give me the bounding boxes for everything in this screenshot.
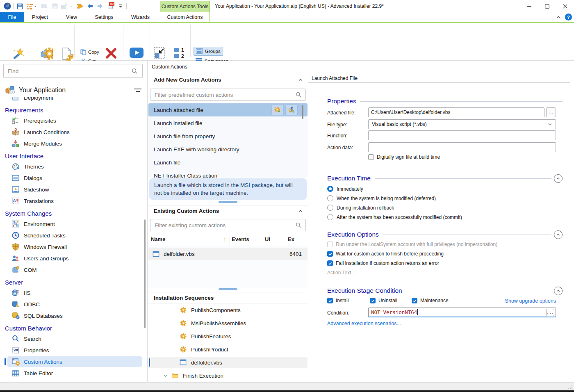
- expand-chevron-icon[interactable]: [163, 373, 168, 378]
- checkbox-checked[interactable]: [370, 298, 376, 303]
- installation-sequences-header[interactable]: Installation Sequences: [148, 292, 308, 303]
- tab-custom-actions[interactable]: Custom Actions: [160, 12, 210, 22]
- sidebar-item-properties[interactable]: V= Properties: [0, 344, 144, 356]
- list-item-launch-file[interactable]: Launch file: [148, 156, 308, 169]
- maximize-button[interactable]: [538, 0, 556, 12]
- radio-deferred[interactable]: When the system is being modified (defer…: [327, 195, 436, 201]
- sidebar-item-com[interactable]: COM: [0, 264, 144, 276]
- tab-settings[interactable]: Settings: [87, 12, 121, 22]
- sidebar-item-sql-databases[interactable]: SQL Databases: [0, 310, 144, 321]
- column-divider[interactable]: [263, 236, 263, 246]
- column-divider[interactable]: [286, 236, 286, 246]
- sidebar-item-scheduled-tasks[interactable]: Scheduled Tasks: [0, 230, 144, 241]
- sidebar-item-slideshow[interactable]: Slideshow: [0, 184, 144, 195]
- install-checkbox[interactable]: Install: [327, 298, 348, 303]
- sidebar-item-search[interactable]: Search: [0, 333, 144, 344]
- sidebar-item-table-editor[interactable]: Table Editor: [0, 367, 144, 379]
- splitter-handle[interactable]: [219, 288, 237, 290]
- back-button[interactable]: [85, 2, 95, 11]
- action-data-input[interactable]: [368, 142, 556, 152]
- wait-finish-checkbox[interactable]: Wait for custom action to finish before …: [327, 251, 444, 257]
- run-button[interactable]: [75, 2, 84, 11]
- help-icon[interactable]: ?: [565, 14, 572, 21]
- column-events[interactable]: Events: [232, 236, 249, 242]
- sidebar-item-prerequisites[interactable]: Prerequisites: [0, 115, 144, 126]
- add-action-button[interactable]: +: [271, 105, 284, 115]
- radio-selected[interactable]: [327, 186, 333, 192]
- resize-grip-icon[interactable]: [568, 385, 573, 389]
- existing-filter-input[interactable]: [150, 222, 295, 228]
- radio-unselected[interactable]: [327, 195, 333, 201]
- sequence-item-publishfeatures[interactable]: PublishFeatures: [148, 330, 308, 343]
- sequence-item-publishproduct[interactable]: PublishProduct: [148, 343, 308, 356]
- minimize-button[interactable]: [520, 0, 538, 12]
- tab-project[interactable]: Project: [24, 12, 56, 22]
- sidebar-scrollbar-thumb[interactable]: [144, 219, 146, 328]
- radio-commit[interactable]: After the system has been successfully m…: [327, 214, 462, 220]
- existing-custom-actions-header[interactable]: Existing Custom Actions: [148, 205, 308, 217]
- predefined-filter-box[interactable]: [150, 89, 306, 101]
- radio-unselected[interactable]: [327, 205, 333, 211]
- tree-filter-icon[interactable]: [134, 88, 141, 93]
- collapse-section-button[interactable]: [554, 230, 563, 239]
- sidebar-item-odbc[interactable]: ODBC: [0, 299, 144, 310]
- sequence-item-msipublishassemblies[interactable]: MsiPublishAssemblies: [148, 317, 308, 330]
- sequence-item-publishcomponents[interactable]: PublishComponents: [148, 303, 308, 317]
- advanced-execution-scenarios-link[interactable]: Advanced execution scenarios...: [327, 321, 401, 326]
- uninstall-checkbox[interactable]: Uninstall: [370, 298, 397, 303]
- checkbox-checked[interactable]: [327, 251, 333, 257]
- existing-action-row[interactable]: delfolder.vbs 6401: [148, 248, 308, 260]
- app-root-header[interactable]: Your Application: [0, 83, 147, 97]
- file-type-select[interactable]: Visual basic script (*.vbs): [368, 119, 556, 129]
- sidebar-item-custom-actions[interactable]: Custom Actions: [0, 356, 144, 367]
- tab-view[interactable]: View: [56, 12, 87, 22]
- forward-button[interactable]: [95, 2, 105, 11]
- maintenance-checkbox[interactable]: Maintenance: [412, 298, 449, 303]
- collapse-ribbon-icon[interactable]: [556, 15, 561, 20]
- browse-attached-file-button[interactable]: ...: [546, 107, 556, 117]
- sidebar-item-translations[interactable]: A Translations: [0, 195, 144, 207]
- condition-input[interactable]: NOT VersionNT64 ...: [368, 308, 556, 317]
- list-item-launch-file-from-property[interactable]: Launch file from property: [148, 130, 308, 143]
- collapse-chevron-icon[interactable]: [298, 77, 303, 82]
- attached-file-input[interactable]: [368, 107, 544, 117]
- fail-install-checkbox[interactable]: Fail installation if custom action retur…: [327, 260, 439, 266]
- copy-button[interactable]: Copy: [80, 48, 99, 56]
- radio-immediately[interactable]: Immediately: [327, 186, 363, 192]
- tab-wizards[interactable]: Wizards: [121, 12, 160, 22]
- checkbox-checked[interactable]: [327, 298, 333, 303]
- radio-unselected[interactable]: [327, 214, 333, 220]
- checkbox-checked[interactable]: [412, 298, 417, 303]
- predefined-list-scrollbar-thumb[interactable]: [302, 105, 303, 119]
- existing-filter-box[interactable]: [150, 219, 306, 231]
- sidebar-item-dialogs[interactable]: Dialogs: [0, 172, 144, 184]
- sidebar-item-merge-modules[interactable]: Merge Modules: [0, 138, 144, 149]
- close-button[interactable]: [556, 0, 574, 12]
- predefined-filter-input[interactable]: [150, 92, 295, 98]
- sidebar-item-environment[interactable]: Environment: [0, 218, 144, 230]
- collapse-section-button[interactable]: [554, 174, 563, 183]
- column-name[interactable]: Name: [151, 236, 165, 242]
- list-item-launch-attached-file[interactable]: Launch attached file + +: [148, 103, 308, 116]
- column-ui[interactable]: Ui: [265, 236, 270, 242]
- collapse-section-button[interactable]: [554, 287, 563, 295]
- sequence-group-finish-execution[interactable]: Finish Execution: [148, 369, 308, 382]
- sidebar-item-launch-conditions[interactable]: ? Launch Conditions: [0, 126, 144, 138]
- sequence-item-delfolder[interactable]: delfolder.vbs: [148, 357, 308, 368]
- column-ex[interactable]: Ex: [288, 236, 294, 242]
- radio-rollback[interactable]: During installation rollback: [327, 205, 394, 211]
- column-divider[interactable]: [230, 236, 230, 246]
- save-button[interactable]: [15, 2, 25, 11]
- sidebar-item-themes[interactable]: Themes: [0, 161, 144, 172]
- collapse-chevron-icon[interactable]: [298, 209, 303, 214]
- toolbar-overflow-button[interactable]: [117, 2, 124, 11]
- add-new-custom-actions-header[interactable]: Add New Custom Actions: [148, 74, 308, 85]
- find-box[interactable]: [3, 64, 143, 78]
- add-action-to-sequence-button[interactable]: +: [285, 105, 298, 115]
- list-item-launch-exe-working-dir[interactable]: Launch EXE with working directory: [148, 143, 308, 156]
- action-text-link[interactable]: Action Text...: [327, 270, 355, 276]
- checkbox-checked[interactable]: [327, 260, 333, 266]
- sidebar-item-windows-firewall[interactable]: Windows Firewall: [0, 241, 144, 253]
- notifications-button[interactable]: 99: [105, 2, 116, 11]
- show-upgrade-options-link[interactable]: Show upgrade options: [505, 298, 556, 304]
